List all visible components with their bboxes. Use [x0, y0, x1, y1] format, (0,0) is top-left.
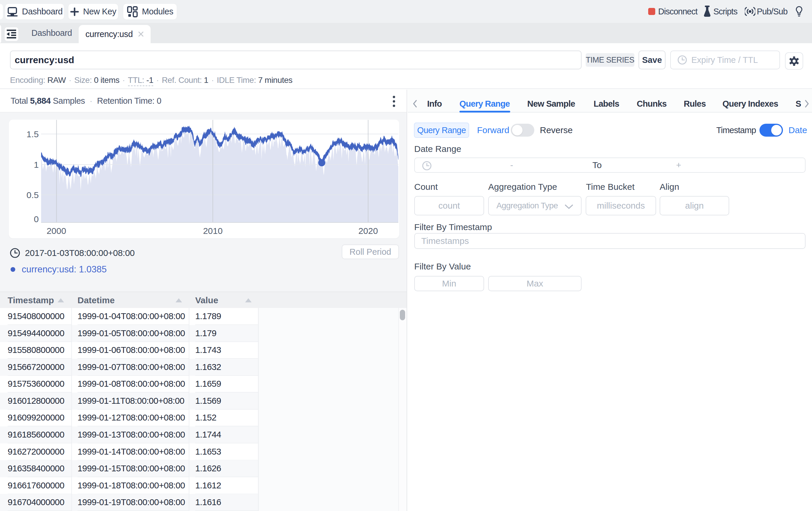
svg-text:2000: 2000 — [47, 226, 66, 236]
svg-text:1.5: 1.5 — [26, 129, 39, 139]
svg-text:0.5: 0.5 — [26, 190, 39, 200]
svg-text:2010: 2010 — [203, 226, 223, 236]
svg-text:2020: 2020 — [358, 226, 378, 236]
svg-text:1: 1 — [34, 160, 39, 169]
svg-text:0: 0 — [34, 214, 39, 224]
